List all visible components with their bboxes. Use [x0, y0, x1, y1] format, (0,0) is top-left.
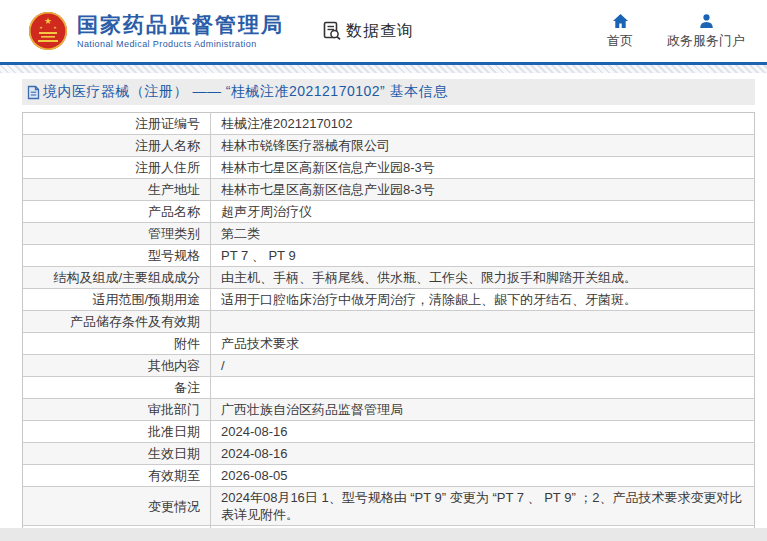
table-row: 注册人住所桂林市七星区高新区信息产业园8-3号 [23, 157, 755, 179]
table-row: 型号规格PT 7 、 PT 9 [23, 245, 755, 267]
table-row: 有效期至2026-08-05 [23, 465, 755, 487]
row-value: / [211, 355, 755, 377]
table-row: 变更情况2024年08月16日 1、型号规格由 “PT 9” 变更为 “PT 7… [23, 487, 755, 526]
row-label: 注册证编号 [23, 113, 211, 135]
table-row: 产品名称超声牙周治疗仪 [23, 201, 755, 223]
table-row: 产品储存条件及有效期 [23, 311, 755, 333]
row-label: 结构及组成/主要组成成分 [23, 267, 211, 289]
row-label: 生产地址 [23, 179, 211, 201]
brand-block: 国家药品监督管理局 National Medical Products Admi… [77, 13, 284, 49]
table-row: 备注 [23, 377, 755, 399]
header-nav: 首页 政务服务门户 [607, 13, 745, 50]
hatched-divider [0, 65, 767, 73]
row-label: 型号规格 [23, 245, 211, 267]
national-emblem-logo: ★ ★ ★ [28, 11, 68, 51]
row-label: 变更情况 [23, 487, 211, 526]
registration-info-table: 注册证编号桂械注准20212170102注册人名称桂林市锐锋医疗器械有限公司注册… [22, 112, 755, 541]
row-value: 第二类 [211, 223, 755, 245]
row-label: 产品储存条件及有效期 [23, 311, 211, 333]
row-label: 生效日期 [23, 443, 211, 465]
row-label: 注册人住所 [23, 157, 211, 179]
main-content: 境内医疗器械（注册） —— “桂械注准20212170102” 基本信息 注册证… [22, 79, 755, 541]
document-icon [27, 85, 40, 100]
svg-text:★: ★ [44, 16, 52, 26]
row-value: PT 7 、 PT 9 [211, 245, 755, 267]
agency-name-en: National Medical Products Administration [77, 39, 284, 49]
row-label: 适用范围/预期用途 [23, 289, 211, 311]
nav-item-portal[interactable]: 政务服务门户 [667, 13, 745, 50]
row-label: 有效期至 [23, 465, 211, 487]
table-row: 注册人名称桂林市锐锋医疗器械有限公司 [23, 135, 755, 157]
nav-label: 首页 [607, 32, 633, 50]
row-value: 2024-08-16 [211, 421, 755, 443]
table-row: 生产地址桂林市七星区高新区信息产业园8-3号 [23, 179, 755, 201]
table-row: 适用范围/预期用途适用于口腔临床治疗中做牙周治疗，清除龈上、龈下的牙结石、牙菌斑… [23, 289, 755, 311]
row-value: 桂林市七星区高新区信息产业园8-3号 [211, 179, 755, 201]
home-icon [612, 13, 629, 29]
site-header: ★ ★ ★ 国家药品监督管理局 National Medical Product… [0, 0, 767, 62]
user-icon [698, 13, 715, 29]
row-value: 桂林市锐锋医疗器械有限公司 [211, 135, 755, 157]
row-label: 其他内容 [23, 355, 211, 377]
table-row: 其他内容/ [23, 355, 755, 377]
row-value: 由主机、手柄、手柄尾线、供水瓶、工作尖、限力扳手和脚踏开关组成。 [211, 267, 755, 289]
row-value: 桂械注准20212170102 [211, 113, 755, 135]
row-value: 广西壮族自治区药品监督管理局 [211, 399, 755, 421]
row-label: 审批部门 [23, 399, 211, 421]
table-row: 结构及组成/主要组成成分由主机、手柄、手柄尾线、供水瓶、工作尖、限力扳手和脚踏开… [23, 267, 755, 289]
row-label: 产品名称 [23, 201, 211, 223]
row-label: 批准日期 [23, 421, 211, 443]
table-row: 批准日期2024-08-16 [23, 421, 755, 443]
row-value: 适用于口腔临床治疗中做牙周治疗，清除龈上、龈下的牙结石、牙菌斑。 [211, 289, 755, 311]
svg-text:★: ★ [53, 25, 57, 30]
footer-strip [0, 528, 767, 541]
agency-name-cn: 国家药品监督管理局 [77, 13, 284, 37]
page-title-bar: 境内医疗器械（注册） —— “桂械注准20212170102” 基本信息 [22, 79, 755, 105]
document-search-icon [322, 21, 342, 41]
svg-text:★: ★ [39, 25, 43, 30]
row-value: 产品技术要求 [211, 333, 755, 355]
nav-label: 政务服务门户 [667, 32, 745, 50]
row-label: 注册人名称 [23, 135, 211, 157]
nav-item-home[interactable]: 首页 [607, 13, 633, 50]
table-row: 生效日期2024-08-16 [23, 443, 755, 465]
row-value: 2026-08-05 [211, 465, 755, 487]
row-value: 桂林市七星区高新区信息产业园8-3号 [211, 157, 755, 179]
row-value: 超声牙周治疗仪 [211, 201, 755, 223]
data-query-label: 数据查询 [346, 21, 414, 42]
table-row: 管理类别第二类 [23, 223, 755, 245]
row-label: 附件 [23, 333, 211, 355]
row-value [211, 311, 755, 333]
row-label: 管理类别 [23, 223, 211, 245]
table-row: 注册证编号桂械注准20212170102 [23, 113, 755, 135]
table-row: 审批部门广西壮族自治区药品监督管理局 [23, 399, 755, 421]
row-value: 2024-08-16 [211, 443, 755, 465]
table-row: 附件产品技术要求 [23, 333, 755, 355]
row-value [211, 377, 755, 399]
data-query-button[interactable]: 数据查询 [322, 21, 414, 42]
row-label: 备注 [23, 377, 211, 399]
row-value: 2024年08月16日 1、型号规格由 “PT 9” 变更为 “PT 7 、 P… [211, 487, 755, 526]
page-title: 境内医疗器械（注册） —— “桂械注准20212170102” 基本信息 [43, 83, 448, 101]
